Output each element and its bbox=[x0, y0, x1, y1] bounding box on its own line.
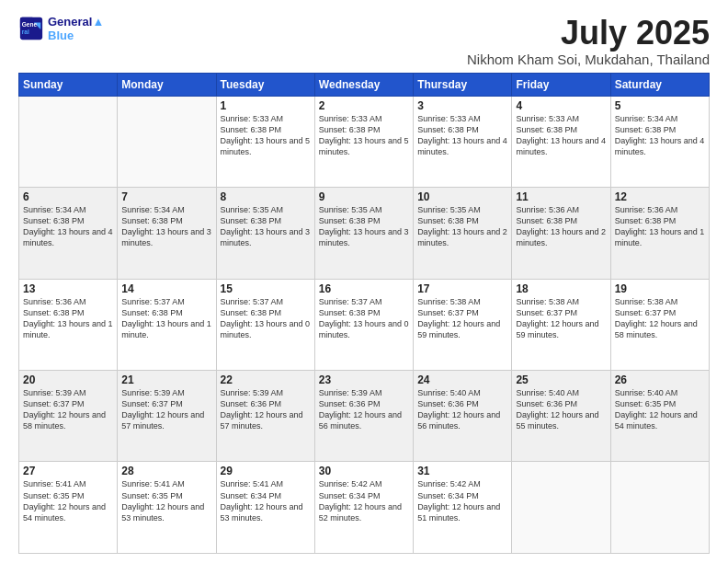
day-number: 5 bbox=[615, 99, 705, 112]
day-number: 15 bbox=[221, 282, 311, 295]
svg-text:Gene: Gene bbox=[22, 21, 38, 28]
day-number: 31 bbox=[417, 465, 507, 477]
calendar-cell: 4Sunrise: 5:33 AMSunset: 6:38 PMDaylight… bbox=[512, 96, 610, 187]
calendar-cell: 11Sunrise: 5:36 AMSunset: 6:38 PMDayligh… bbox=[512, 188, 610, 279]
calendar-cell: 20Sunrise: 5:39 AMSunset: 6:37 PMDayligh… bbox=[19, 371, 118, 462]
calendar-header-row: Sunday Monday Tuesday Wednesday Thursday… bbox=[19, 73, 710, 96]
day-info: Sunrise: 5:36 AMSunset: 6:38 PMDaylight:… bbox=[23, 296, 113, 341]
day-info: Sunrise: 5:34 AMSunset: 6:38 PMDaylight:… bbox=[121, 204, 211, 249]
calendar-cell bbox=[118, 96, 216, 187]
day-number: 21 bbox=[121, 373, 211, 386]
calendar-cell: 28Sunrise: 5:41 AMSunset: 6:35 PMDayligh… bbox=[118, 462, 216, 554]
day-number: 6 bbox=[23, 190, 113, 203]
day-info: Sunrise: 5:39 AMSunset: 6:36 PMDaylight:… bbox=[319, 387, 409, 432]
calendar-cell: 31Sunrise: 5:42 AMSunset: 6:34 PMDayligh… bbox=[414, 462, 512, 554]
calendar-cell: 2Sunrise: 5:33 AMSunset: 6:38 PMDaylight… bbox=[314, 96, 413, 187]
day-info: Sunrise: 5:37 AMSunset: 6:38 PMDaylight:… bbox=[221, 296, 311, 341]
title-block: July 2025 Nikhom Kham Soi, Mukdahan, Tha… bbox=[467, 15, 710, 67]
day-info: Sunrise: 5:38 AMSunset: 6:37 PMDaylight:… bbox=[417, 296, 507, 341]
calendar-cell: 19Sunrise: 5:38 AMSunset: 6:37 PMDayligh… bbox=[610, 279, 709, 370]
logo: Gene ral General▲ Blue bbox=[18, 15, 104, 42]
day-info: Sunrise: 5:36 AMSunset: 6:38 PMDaylight:… bbox=[516, 204, 606, 249]
day-info: Sunrise: 5:42 AMSunset: 6:34 PMDaylight:… bbox=[319, 478, 409, 523]
day-number: 27 bbox=[23, 465, 113, 477]
header: Gene ral General▲ Blue July 2025 Nikhom … bbox=[18, 15, 710, 67]
subtitle: Nikhom Kham Soi, Mukdahan, Thailand bbox=[467, 52, 710, 67]
col-friday: Friday bbox=[512, 73, 610, 96]
page: Gene ral General▲ Blue July 2025 Nikhom … bbox=[0, 0, 728, 563]
col-wednesday: Wednesday bbox=[314, 73, 413, 96]
day-info: Sunrise: 5:33 AMSunset: 6:38 PMDaylight:… bbox=[516, 113, 606, 158]
day-number: 18 bbox=[516, 282, 606, 295]
calendar-cell bbox=[610, 462, 709, 554]
day-info: Sunrise: 5:33 AMSunset: 6:38 PMDaylight:… bbox=[417, 113, 507, 158]
day-number: 7 bbox=[121, 190, 211, 203]
calendar-cell: 22Sunrise: 5:39 AMSunset: 6:36 PMDayligh… bbox=[216, 371, 314, 462]
day-info: Sunrise: 5:40 AMSunset: 6:36 PMDaylight:… bbox=[516, 387, 606, 432]
calendar-cell: 13Sunrise: 5:36 AMSunset: 6:38 PMDayligh… bbox=[19, 279, 118, 370]
day-number: 9 bbox=[319, 190, 409, 203]
day-info: Sunrise: 5:41 AMSunset: 6:35 PMDaylight:… bbox=[23, 478, 113, 523]
col-saturday: Saturday bbox=[610, 73, 709, 96]
calendar-week-row: 20Sunrise: 5:39 AMSunset: 6:37 PMDayligh… bbox=[19, 371, 710, 462]
calendar-cell: 17Sunrise: 5:38 AMSunset: 6:37 PMDayligh… bbox=[414, 279, 512, 370]
calendar-cell: 1Sunrise: 5:33 AMSunset: 6:38 PMDaylight… bbox=[216, 96, 314, 187]
day-number: 28 bbox=[121, 465, 211, 477]
logo-icon: Gene ral bbox=[18, 16, 44, 41]
day-info: Sunrise: 5:40 AMSunset: 6:36 PMDaylight:… bbox=[417, 387, 507, 432]
day-info: Sunrise: 5:39 AMSunset: 6:36 PMDaylight:… bbox=[221, 387, 311, 432]
calendar-cell: 27Sunrise: 5:41 AMSunset: 6:35 PMDayligh… bbox=[19, 462, 118, 554]
calendar-week-row: 6Sunrise: 5:34 AMSunset: 6:38 PMDaylight… bbox=[19, 188, 710, 279]
day-number: 14 bbox=[121, 282, 211, 295]
calendar-cell: 18Sunrise: 5:38 AMSunset: 6:37 PMDayligh… bbox=[512, 279, 610, 370]
calendar-cell: 3Sunrise: 5:33 AMSunset: 6:38 PMDaylight… bbox=[414, 96, 512, 187]
day-info: Sunrise: 5:38 AMSunset: 6:37 PMDaylight:… bbox=[615, 296, 705, 341]
day-number: 24 bbox=[417, 373, 507, 386]
calendar-cell: 23Sunrise: 5:39 AMSunset: 6:36 PMDayligh… bbox=[314, 371, 413, 462]
col-monday: Monday bbox=[118, 73, 216, 96]
calendar-week-row: 13Sunrise: 5:36 AMSunset: 6:38 PMDayligh… bbox=[19, 279, 710, 370]
day-number: 2 bbox=[319, 99, 409, 112]
day-number: 1 bbox=[221, 99, 311, 112]
day-info: Sunrise: 5:40 AMSunset: 6:35 PMDaylight:… bbox=[615, 387, 705, 432]
day-number: 19 bbox=[615, 282, 705, 295]
calendar-cell bbox=[512, 462, 610, 554]
day-info: Sunrise: 5:38 AMSunset: 6:37 PMDaylight:… bbox=[516, 296, 606, 341]
day-number: 30 bbox=[319, 465, 409, 477]
calendar-week-row: 1Sunrise: 5:33 AMSunset: 6:38 PMDaylight… bbox=[19, 96, 710, 187]
calendar-cell: 26Sunrise: 5:40 AMSunset: 6:35 PMDayligh… bbox=[610, 371, 709, 462]
svg-text:ral: ral bbox=[22, 29, 29, 35]
day-info: Sunrise: 5:41 AMSunset: 6:35 PMDaylight:… bbox=[121, 478, 211, 523]
col-tuesday: Tuesday bbox=[216, 73, 314, 96]
day-number: 22 bbox=[221, 373, 311, 386]
calendar-cell: 9Sunrise: 5:35 AMSunset: 6:38 PMDaylight… bbox=[314, 188, 413, 279]
day-number: 3 bbox=[417, 99, 507, 112]
calendar-cell: 8Sunrise: 5:35 AMSunset: 6:38 PMDaylight… bbox=[216, 188, 314, 279]
calendar-cell: 15Sunrise: 5:37 AMSunset: 6:38 PMDayligh… bbox=[216, 279, 314, 370]
calendar-cell: 25Sunrise: 5:40 AMSunset: 6:36 PMDayligh… bbox=[512, 371, 610, 462]
calendar-cell: 16Sunrise: 5:37 AMSunset: 6:38 PMDayligh… bbox=[314, 279, 413, 370]
day-number: 4 bbox=[516, 99, 606, 112]
day-info: Sunrise: 5:34 AMSunset: 6:38 PMDaylight:… bbox=[615, 113, 705, 158]
day-number: 17 bbox=[417, 282, 507, 295]
calendar-cell: 10Sunrise: 5:35 AMSunset: 6:38 PMDayligh… bbox=[414, 188, 512, 279]
day-info: Sunrise: 5:33 AMSunset: 6:38 PMDaylight:… bbox=[319, 113, 409, 158]
calendar-cell: 14Sunrise: 5:37 AMSunset: 6:38 PMDayligh… bbox=[118, 279, 216, 370]
day-info: Sunrise: 5:37 AMSunset: 6:38 PMDaylight:… bbox=[121, 296, 211, 341]
day-info: Sunrise: 5:33 AMSunset: 6:38 PMDaylight:… bbox=[221, 113, 311, 158]
day-info: Sunrise: 5:41 AMSunset: 6:34 PMDaylight:… bbox=[221, 478, 311, 523]
col-thursday: Thursday bbox=[414, 73, 512, 96]
day-number: 11 bbox=[516, 190, 606, 203]
logo-text: General▲ Blue bbox=[48, 15, 104, 42]
calendar-cell: 21Sunrise: 5:39 AMSunset: 6:37 PMDayligh… bbox=[118, 371, 216, 462]
day-number: 10 bbox=[417, 190, 507, 203]
day-number: 8 bbox=[221, 190, 311, 203]
day-number: 29 bbox=[221, 465, 311, 477]
calendar-cell: 24Sunrise: 5:40 AMSunset: 6:36 PMDayligh… bbox=[414, 371, 512, 462]
day-info: Sunrise: 5:37 AMSunset: 6:38 PMDaylight:… bbox=[319, 296, 409, 341]
day-number: 12 bbox=[615, 190, 705, 203]
calendar-cell: 5Sunrise: 5:34 AMSunset: 6:38 PMDaylight… bbox=[610, 96, 709, 187]
calendar-cell: 7Sunrise: 5:34 AMSunset: 6:38 PMDaylight… bbox=[118, 188, 216, 279]
calendar-week-row: 27Sunrise: 5:41 AMSunset: 6:35 PMDayligh… bbox=[19, 462, 710, 554]
day-number: 25 bbox=[516, 373, 606, 386]
